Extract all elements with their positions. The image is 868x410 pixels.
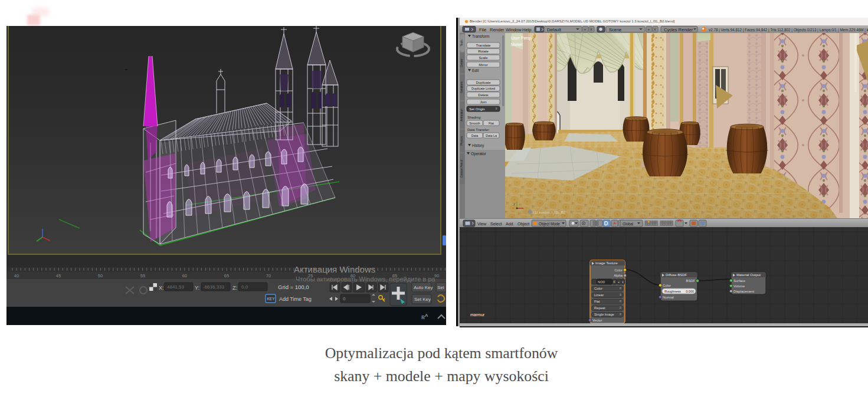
svg-text:Cycles Render: Cycles Render xyxy=(664,27,693,32)
svg-text:Transform: Transform xyxy=(472,34,489,38)
svg-text:Materi: Materi xyxy=(511,42,523,47)
svg-text:Window: Window xyxy=(506,27,522,32)
svg-text:ʀA: ʀA xyxy=(421,313,428,320)
svg-text:Displacement: Displacement xyxy=(733,290,755,293)
svg-text:Join: Join xyxy=(480,100,486,104)
svg-text:Render: Render xyxy=(490,27,505,32)
svg-text:Flat: Flat xyxy=(594,300,600,303)
svg-text:x: x xyxy=(590,27,592,31)
svg-text:KEY: KEY xyxy=(267,297,276,301)
svg-text:Tools: Tools xyxy=(460,40,463,47)
svg-text:Add Time Tag: Add Time Tag xyxy=(279,296,312,302)
svg-text:Mirror: Mirror xyxy=(479,63,488,67)
svg-text:0.000: 0.000 xyxy=(686,290,694,293)
svg-text:Data Transfer:: Data Transfer: xyxy=(467,128,490,132)
svg-text:Help: Help xyxy=(522,27,531,32)
svg-text:Linear: Linear xyxy=(594,293,604,297)
svg-text:Shading:: Shading: xyxy=(467,116,482,119)
svg-text:Flat: Flat xyxy=(489,122,494,125)
svg-text:Color: Color xyxy=(614,268,623,272)
svg-text:Object: Object xyxy=(517,222,529,227)
svg-text:Material Output: Material Output xyxy=(736,273,761,277)
svg-text:Set Origin: Set Origin xyxy=(469,107,485,111)
svg-text:Image Texture: Image Texture xyxy=(595,261,618,265)
svg-text:User Persp: User Persp xyxy=(511,36,532,41)
svg-text:50: 50 xyxy=(98,273,103,278)
svg-text:60: 60 xyxy=(182,273,187,278)
svg-text:Animation: Animation xyxy=(460,109,463,122)
svg-text:4841,53: 4841,53 xyxy=(167,284,184,290)
svg-text:Default: Default xyxy=(547,27,562,32)
svg-text:x: x xyxy=(622,280,624,284)
svg-text:Volume: Volume xyxy=(733,284,745,288)
svg-text:Diffuse BSDF: Diffuse BSDF xyxy=(666,273,687,277)
svg-text:+: + xyxy=(647,27,650,32)
svg-text:Data La: Data La xyxy=(486,134,497,137)
svg-text:Edit: Edit xyxy=(472,68,479,73)
svg-text:Data: Data xyxy=(471,134,478,137)
svg-text:Delete: Delete xyxy=(478,93,489,97)
svg-text:(1) kosciol_l_l31_B2: (1) kosciol_l_l31_B2 xyxy=(533,211,566,214)
svg-text:History: History xyxy=(472,143,484,148)
svg-text:Auto Key: Auto Key xyxy=(414,285,433,290)
svg-text:Grid = 100,0: Grid = 100,0 xyxy=(278,284,309,290)
svg-text:Operator: Operator xyxy=(471,152,486,156)
svg-text:X:: X: xyxy=(159,285,164,291)
svg-text:Global: Global xyxy=(623,222,633,226)
svg-text:Duplicate: Duplicate xyxy=(476,81,491,84)
svg-text:Set Key: Set Key xyxy=(414,297,431,302)
svg-text:Roughness: Roughness xyxy=(664,290,681,293)
svg-text:70: 70 xyxy=(266,273,271,278)
svg-text:Create: Create xyxy=(460,58,463,67)
svg-text:Sel: Sel xyxy=(437,285,444,290)
svg-text:0,0: 0,0 xyxy=(241,284,248,290)
svg-text:Surface: Surface xyxy=(733,279,745,283)
svg-text:Rotate: Rotate xyxy=(478,50,489,53)
svg-text:+: + xyxy=(584,27,587,32)
svg-text:Single Image: Single Image xyxy=(594,313,614,316)
svg-text:View: View xyxy=(477,222,487,226)
svg-text:Relations: Relations xyxy=(460,81,463,93)
svg-text:+: + xyxy=(618,280,620,284)
svg-text:File: File xyxy=(479,27,486,32)
svg-text:Select: Select xyxy=(490,222,502,226)
svg-text:55: 55 xyxy=(140,273,145,278)
svg-text:Repeat: Repeat xyxy=(594,306,605,310)
svg-text:Physics: Physics xyxy=(460,136,463,146)
svg-text:Object Mode: Object Mode xyxy=(539,222,560,227)
svg-text:Scene: Scene xyxy=(609,27,621,32)
svg-text:BSDF: BSDF xyxy=(686,279,696,283)
svg-text:Grease Pencil: Grease Pencil xyxy=(460,160,463,178)
svg-text:v2.78 | Verts:94,812 | Faces:9: v2.78 | Verts:94,812 | Faces:94,842 | Tr… xyxy=(709,28,868,32)
svg-text:Translate: Translate xyxy=(476,44,491,47)
svg-text:40: 40 xyxy=(14,273,19,278)
svg-text:x: x xyxy=(654,27,656,31)
svg-text:NOD: NOD xyxy=(598,280,605,284)
svg-text:-6636,333: -6636,333 xyxy=(203,284,225,290)
svg-text:Normal: Normal xyxy=(663,296,674,299)
svg-text:Duplicate Linked: Duplicate Linked xyxy=(471,87,495,90)
svg-text:Color: Color xyxy=(594,287,602,290)
svg-text:Alpha: Alpha xyxy=(614,274,623,277)
svg-text:Smooth: Smooth xyxy=(469,122,480,125)
svg-text:Vector: Vector xyxy=(592,319,602,322)
svg-text:Add: Add xyxy=(506,222,513,226)
svg-text:Scale: Scale xyxy=(479,56,488,60)
svg-text:Color: Color xyxy=(663,284,671,287)
svg-text:z: z xyxy=(513,202,515,206)
svg-text:marmur: marmur xyxy=(470,313,485,317)
svg-text:Z:: Z: xyxy=(232,285,237,291)
svg-text:65: 65 xyxy=(224,273,229,278)
svg-text:0: 0 xyxy=(343,296,346,301)
svg-text:Y:: Y: xyxy=(195,285,199,291)
svg-text:45: 45 xyxy=(56,273,61,278)
